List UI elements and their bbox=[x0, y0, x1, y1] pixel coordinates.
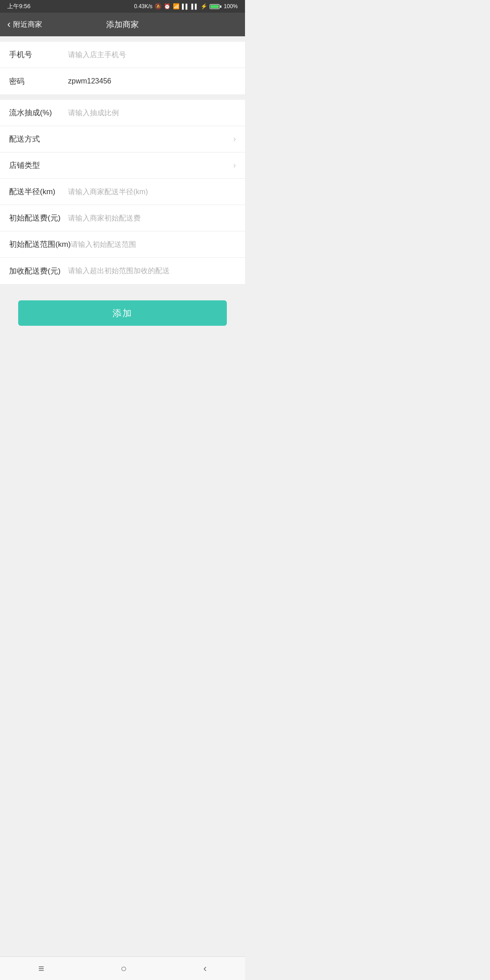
status-right: 0.43K/s 🔕 ⏰ 📶 ▌▌ ▌▌ ⚡ 100% bbox=[134, 3, 238, 10]
alarm-icon: ⏰ bbox=[164, 3, 171, 10]
signal-icon-2: ▌▌ bbox=[191, 4, 199, 9]
delivery-method-label: 配送方式 bbox=[9, 134, 68, 144]
battery-body bbox=[210, 4, 220, 9]
commission-input[interactable] bbox=[68, 109, 236, 117]
commission-row: 流水抽成(%) bbox=[0, 100, 245, 126]
battery-percent: 100% bbox=[224, 3, 238, 10]
nav-bar: ‹ 附近商家 添加商家 bbox=[0, 13, 245, 36]
phone-input[interactable] bbox=[68, 51, 236, 59]
phone-label: 手机号 bbox=[9, 49, 68, 60]
status-bar: 上午9:56 0.43K/s 🔕 ⏰ 📶 ▌▌ ▌▌ ⚡ 100% bbox=[0, 0, 245, 13]
nav-title: 添加商家 bbox=[106, 19, 139, 30]
extra-fee-row: 加收配送费(元) bbox=[0, 258, 245, 284]
back-arrow-icon: ‹ bbox=[7, 20, 10, 29]
shop-type-row[interactable]: 店铺类型 › bbox=[0, 152, 245, 179]
section-spacer-2 bbox=[0, 284, 245, 289]
phone-row: 手机号 bbox=[0, 42, 245, 68]
add-button-area: 添加 bbox=[0, 289, 245, 337]
delivery-method-row[interactable]: 配送方式 › bbox=[0, 126, 245, 152]
network-speed: 0.43K/s bbox=[134, 3, 152, 10]
nav-back-label: 附近商家 bbox=[13, 20, 42, 29]
delivery-method-arrow-icon: › bbox=[233, 134, 236, 144]
battery-tip bbox=[220, 5, 221, 8]
form-section-2: 流水抽成(%) 配送方式 › 店铺类型 › 配送半径(km) 初始配送费(元) … bbox=[0, 100, 245, 284]
form-section-1: 手机号 密码 zpwm123456 bbox=[0, 42, 245, 94]
battery-fill bbox=[211, 5, 219, 8]
charging-icon: ⚡ bbox=[201, 3, 207, 10]
wifi-icon: 📶 bbox=[173, 3, 180, 10]
password-label: 密码 bbox=[9, 76, 68, 87]
signal-icon: ▌▌ bbox=[182, 4, 189, 9]
extra-fee-input[interactable] bbox=[68, 267, 236, 275]
shop-type-arrow-icon: › bbox=[233, 161, 236, 170]
commission-label: 流水抽成(%) bbox=[9, 108, 68, 118]
bottom-space bbox=[0, 337, 245, 427]
initial-fee-row: 初始配送费(元) bbox=[0, 205, 245, 231]
shop-type-label: 店铺类型 bbox=[9, 160, 68, 171]
delivery-radius-label: 配送半径(km) bbox=[9, 186, 68, 197]
battery-icon bbox=[210, 4, 221, 9]
password-value: zpwm123456 bbox=[68, 77, 236, 85]
top-spacer bbox=[0, 36, 245, 42]
password-row: 密码 zpwm123456 bbox=[0, 68, 245, 94]
initial-fee-label: 初始配送费(元) bbox=[9, 213, 68, 223]
nav-back-button[interactable]: ‹ 附近商家 bbox=[7, 20, 42, 29]
initial-range-row: 初始配送范围(km) bbox=[0, 231, 245, 258]
delivery-radius-input[interactable] bbox=[68, 188, 236, 196]
initial-range-input[interactable] bbox=[71, 240, 236, 249]
delivery-radius-row: 配送半径(km) bbox=[0, 179, 245, 205]
status-time: 上午9:56 bbox=[7, 2, 30, 10]
mute-icon: 🔕 bbox=[155, 3, 162, 10]
add-button[interactable]: 添加 bbox=[18, 300, 227, 326]
section-spacer-1 bbox=[0, 94, 245, 100]
extra-fee-label: 加收配送费(元) bbox=[9, 266, 68, 276]
initial-range-label: 初始配送范围(km) bbox=[9, 239, 71, 250]
initial-fee-input[interactable] bbox=[68, 214, 236, 222]
